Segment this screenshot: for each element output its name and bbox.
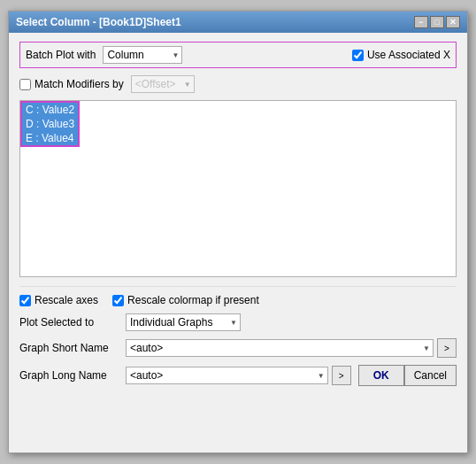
match-modifiers-dropdown-wrapper: <Offset> bbox=[131, 75, 195, 93]
list-item[interactable]: C : Value2 bbox=[22, 103, 78, 117]
graph-short-name-arrow-button[interactable]: > bbox=[437, 338, 457, 358]
graph-short-name-dropdown-wrapper: <auto> bbox=[126, 339, 434, 357]
listbox-container[interactable]: C : Value2 D : Value3 E : Value4 bbox=[19, 100, 457, 277]
selected-items-border: C : Value2 D : Value3 E : Value4 bbox=[20, 101, 80, 147]
plot-selected-label: Plot Selected to bbox=[19, 316, 126, 329]
rescale-axes-label[interactable]: Rescale axes bbox=[19, 294, 98, 306]
rescale-colormap-checkbox[interactable] bbox=[112, 295, 124, 306]
close-button[interactable]: ✕ bbox=[446, 16, 460, 28]
plot-selected-row: Plot Selected to Individual Graphs Same … bbox=[19, 313, 457, 331]
title-bar: Select Column - [Book1D]Sheet1 − □ ✕ bbox=[9, 12, 467, 33]
list-item[interactable]: E : Value4 bbox=[22, 131, 78, 145]
plot-selected-dropdown-wrapper: Individual Graphs Same Graph bbox=[126, 313, 241, 331]
graph-long-name-row: Graph Long Name <auto> > OK Cancel bbox=[19, 365, 457, 386]
use-associated-x-checkbox[interactable] bbox=[352, 50, 364, 61]
maximize-button[interactable]: □ bbox=[430, 16, 444, 28]
batch-plot-dropdown[interactable]: Column Row bbox=[103, 46, 182, 64]
rescale-row: Rescale axes Rescale colormap if present bbox=[19, 294, 457, 306]
match-modifiers-section: Match Modifiers by <Offset> bbox=[19, 75, 457, 93]
plot-selected-dropdown[interactable]: Individual Graphs Same Graph bbox=[126, 313, 241, 331]
match-modifiers-label[interactable]: Match Modifiers by bbox=[19, 78, 124, 90]
minimize-button[interactable]: − bbox=[414, 16, 428, 28]
use-associated-x-text: Use Associated X bbox=[367, 49, 450, 61]
match-modifiers-checkbox[interactable] bbox=[19, 79, 31, 90]
graph-short-name-label: Graph Short Name bbox=[19, 342, 126, 354]
graph-long-name-arrow-button[interactable]: > bbox=[332, 366, 351, 385]
graph-long-name-dropdown[interactable]: <auto> bbox=[126, 367, 328, 384]
batch-plot-section: Batch Plot with Column Row Use Associate… bbox=[19, 42, 457, 68]
title-bar-buttons: − □ ✕ bbox=[414, 16, 460, 28]
batch-plot-label: Batch Plot with bbox=[26, 49, 96, 61]
rescale-colormap-label[interactable]: Rescale colormap if present bbox=[112, 294, 259, 306]
match-modifiers-dropdown[interactable]: <Offset> bbox=[131, 75, 195, 93]
bottom-options: Rescale axes Rescale colormap if present… bbox=[19, 286, 457, 386]
ok-button[interactable]: OK bbox=[358, 365, 404, 386]
rescale-colormap-text: Rescale colormap if present bbox=[127, 294, 259, 306]
rescale-axes-checkbox[interactable] bbox=[19, 295, 31, 306]
graph-long-name-label: Graph Long Name bbox=[19, 369, 126, 382]
graph-long-name-dropdown-wrapper: <auto> bbox=[126, 367, 328, 384]
graph-short-name-row: Graph Short Name <auto> > bbox=[19, 338, 457, 358]
dialog-title: Select Column - [Book1D]Sheet1 bbox=[16, 16, 181, 28]
batch-plot-dropdown-wrapper: Column Row bbox=[103, 46, 182, 64]
rescale-axes-text: Rescale axes bbox=[35, 294, 98, 306]
graph-short-name-dropdown[interactable]: <auto> bbox=[126, 339, 434, 357]
match-modifiers-text: Match Modifiers by bbox=[35, 78, 124, 90]
dialog-body: Batch Plot with Column Row Use Associate… bbox=[9, 33, 467, 402]
list-item[interactable]: D : Value3 bbox=[22, 117, 78, 131]
dialog: Select Column - [Book1D]Sheet1 − □ ✕ Bat… bbox=[8, 11, 468, 453]
use-associated-x-label[interactable]: Use Associated X bbox=[352, 49, 450, 61]
cancel-button[interactable]: Cancel bbox=[404, 365, 457, 386]
